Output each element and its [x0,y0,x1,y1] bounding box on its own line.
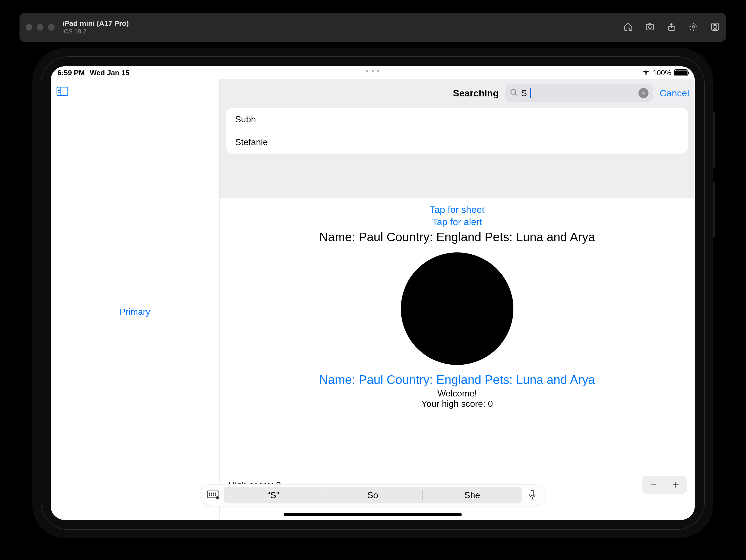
search-results-list: Subh Stefanie [226,108,688,153]
ipad-frame: 6:59 PM Wed Jan 15 100% [32,48,713,538]
svg-rect-24 [531,491,534,496]
status-date: Wed Jan 15 [90,68,130,77]
svg-point-10 [511,89,516,94]
share-icon[interactable] [667,22,677,33]
tap-for-sheet-link[interactable]: Tap for sheet [430,203,485,216]
stepper-plus-button[interactable]: + [665,479,687,491]
svg-point-19 [209,495,210,496]
battery-percent: 100% [653,68,671,77]
primary-link[interactable]: Primary [119,307,150,317]
search-query-text: S [521,88,527,99]
battery-icon [674,69,688,76]
multitask-dots[interactable] [366,69,379,72]
svg-point-17 [213,493,214,494]
suggestion-pill: “S” So She [224,487,522,503]
cancel-button[interactable]: Cancel [660,88,689,99]
svg-line-11 [515,93,517,95]
minimize-window-dot[interactable] [37,24,44,31]
home-icon[interactable] [624,22,633,33]
content-area: Tap for sheet Tap for alert Name: Paul C… [219,198,695,520]
svg-point-23 [216,496,219,499]
stepper-minus-button[interactable]: − [642,479,665,491]
svg-point-16 [211,493,212,494]
sidebar-column: Primary [51,79,219,520]
command-icon[interactable] [710,22,720,33]
info-line: Name: Paul Country: England Pets: Luna a… [319,230,595,244]
score-stepper: − + [642,476,687,494]
svg-point-3 [692,26,695,28]
volume-down-button[interactable] [713,181,715,237]
searching-title: Searching [453,88,499,99]
svg-point-21 [213,495,214,496]
search-result-row[interactable]: Subh [226,108,688,131]
search-field[interactable]: S [505,84,653,102]
screenshot-icon[interactable] [645,22,655,33]
sidebar-toggle-button[interactable] [56,85,68,97]
svg-rect-0 [646,25,654,30]
svg-rect-4 [712,23,719,30]
wifi-icon [642,68,650,78]
suggestion-2[interactable]: So [323,487,422,503]
search-icon [510,88,518,98]
sidebar-toolbar [51,79,219,104]
suggestion-3[interactable]: She [423,487,522,503]
simulator-title-block: iPad mini (A17 Pro) iOS 18.2 [62,20,129,35]
keyboard-suggestion-bar: “S” So She [200,484,545,506]
brightness-icon[interactable] [689,22,698,33]
ipad-screen: 6:59 PM Wed Jan 15 100% [51,66,695,520]
welcome-text: Welcome! [437,388,477,399]
clear-search-button[interactable] [638,88,649,98]
status-bar: 6:59 PM Wed Jan 15 100% [51,66,695,79]
svg-point-22 [215,495,216,496]
svg-point-1 [649,26,651,28]
detail-column: Searching S Cancel Subh S [219,79,695,520]
home-indicator[interactable] [284,513,462,516]
volume-up-button[interactable] [713,112,715,168]
simulator-titlebar: iPad mini (A17 Pro) iOS 18.2 [20,13,726,42]
status-time: 6:59 PM [57,68,85,77]
svg-point-18 [215,493,216,494]
svg-rect-5 [57,87,68,96]
simulator-toolbar [624,22,720,33]
close-window-dot[interactable] [26,24,32,31]
search-result-row[interactable]: Stefanie [226,131,688,153]
simulator-os-version: iOS 18.2 [62,28,129,35]
info-link-line[interactable]: Name: Paul Country: England Pets: Luna a… [319,373,595,387]
svg-point-20 [211,495,212,496]
tap-for-alert-link[interactable]: Tap for alert [432,216,482,228]
svg-point-15 [209,493,210,494]
search-nav-area: Searching S Cancel Subh S [219,79,695,198]
black-circle-image [401,252,513,365]
high-score-center: Your high score: 0 [422,399,493,409]
zoom-window-dot[interactable] [48,24,55,31]
simulator-device-name: iPad mini (A17 Pro) [62,20,129,28]
window-traffic-lights[interactable] [26,24,55,31]
text-caret [530,88,531,98]
suggestion-1[interactable]: “S” [224,487,323,503]
dictation-icon[interactable] [524,489,540,501]
keyboard-icon[interactable] [205,491,221,500]
